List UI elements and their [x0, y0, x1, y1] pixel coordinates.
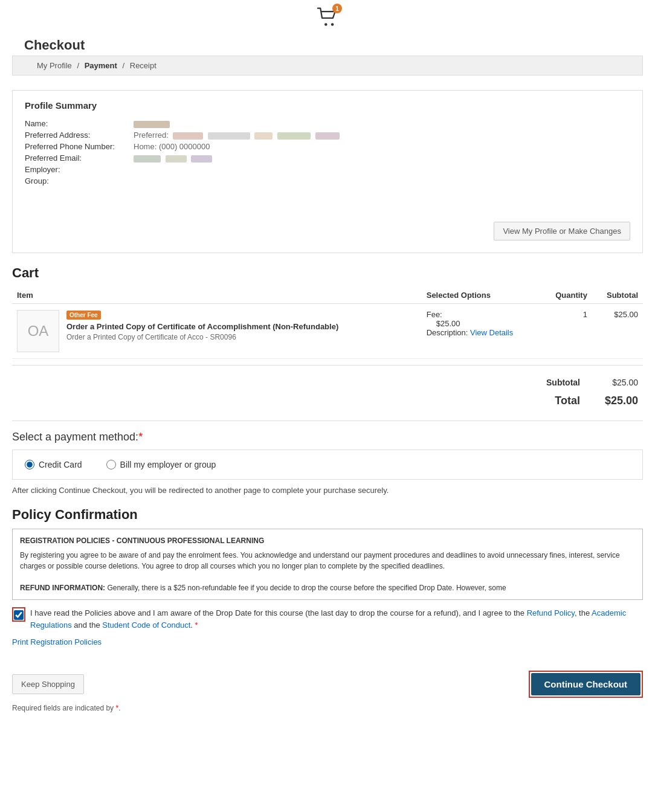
cart-table-header: Item Selected Options Quantity Subtotal: [12, 287, 643, 304]
profile-field-email: Preferred Email:: [25, 153, 630, 163]
profile-field-phone: Preferred Phone Number: Home: (000) 0000…: [25, 142, 630, 151]
payment-section-title: Select a payment method:*: [12, 431, 643, 443]
cart-quantity-cell: 1: [541, 304, 592, 359]
subtotal-value: $25.00: [590, 378, 638, 387]
cart-options-cell: Fee: $25.00 Description: View Details: [422, 304, 541, 359]
fee-desc: Description: View Details: [427, 328, 536, 337]
cart-badge: 1: [332, 4, 342, 13]
view-profile-button[interactable]: View My Profile or Make Changes: [494, 222, 630, 240]
item-desc: Order a Printed Copy of Certificate of A…: [66, 333, 338, 341]
view-details-link[interactable]: View Details: [470, 328, 513, 337]
profile-label-email: Preferred Email:: [25, 153, 134, 163]
bottom-buttons: Keep Shopping Continue Checkout: [12, 671, 643, 698]
item-name: Order a Printed Copy of Certificate of A…: [66, 322, 338, 331]
cart-section: Cart Item Selected Options Quantity Subt…: [12, 265, 643, 411]
profile-label-address: Preferred Address:: [25, 130, 134, 140]
col-quantity: Quantity: [541, 287, 592, 304]
total-value: $25.00: [590, 395, 638, 407]
item-thumbnail: OA: [17, 310, 59, 352]
profile-label-name: Name:: [25, 119, 134, 128]
policy-section-title: Policy Confirmation: [12, 507, 643, 523]
page-header: 1: [0, 0, 655, 33]
total-row: Total $25.00: [12, 391, 643, 411]
profile-value-address: Preferred:: [134, 130, 342, 140]
payment-options-box: Credit Card Bill my employer or group: [12, 450, 643, 480]
credit-card-radio[interactable]: [25, 460, 34, 469]
agreement-required-star: *: [195, 620, 198, 630]
profile-value-name: [134, 119, 172, 128]
payment-option-credit-card[interactable]: Credit Card: [25, 460, 82, 469]
payment-option-bill-employer[interactable]: Bill my employer or group: [106, 460, 216, 469]
subtotal-label: Subtotal: [517, 378, 590, 387]
credit-card-label: Credit Card: [39, 460, 82, 469]
agreement-checkbox-wrapper[interactable]: [12, 607, 25, 622]
breadcrumb: My Profile / Payment / Receipt: [12, 56, 643, 76]
breadcrumb-item-receipt[interactable]: Receipt: [130, 61, 156, 70]
payment-required-star: *: [138, 431, 143, 443]
print-link[interactable]: Print Registration Policies: [12, 637, 102, 646]
cart-item-cell: OA Other Fee Order a Printed Copy of Cer…: [12, 304, 422, 359]
profile-actions: View My Profile or Make Changes: [25, 222, 630, 240]
cart-subtotal-cell: $25.00: [592, 304, 643, 359]
refund-policy-link[interactable]: Refund Policy: [527, 608, 575, 617]
col-item: Item: [12, 287, 422, 304]
policy-box-header: REGISTRATION POLICIES - CONTINUOUS PROFE…: [20, 535, 635, 546]
cart-section-title: Cart: [12, 265, 643, 281]
total-label: Total: [517, 395, 590, 407]
other-fee-badge: Other Fee: [66, 311, 101, 320]
breadcrumb-item-myprofile[interactable]: My Profile: [37, 61, 72, 70]
agreement-text: I have read the Policies above and I am …: [30, 607, 643, 631]
agreement-checkbox[interactable]: [14, 610, 24, 620]
profile-field-group: Group:: [25, 176, 630, 185]
cart-icon-wrapper[interactable]: 1: [317, 6, 338, 30]
profile-label-phone: Preferred Phone Number:: [25, 142, 134, 151]
item-info: Other Fee Order a Printed Copy of Certif…: [66, 310, 338, 341]
breadcrumb-sep-2: /: [123, 61, 125, 70]
profile-summary-box: Profile Summary Name: Preferred Address:…: [12, 90, 643, 253]
profile-field-employer: Employer:: [25, 165, 630, 174]
policy-box-text: By registering you agree to be aware of …: [20, 550, 635, 572]
section-divider-payment: [12, 420, 643, 421]
policy-section: Policy Confirmation REGISTRATION POLICIE…: [12, 507, 643, 659]
page-title: Checkout: [0, 33, 655, 56]
bill-employer-label: Bill my employer or group: [120, 460, 216, 469]
cart-table: Item Selected Options Quantity Subtotal …: [12, 287, 643, 359]
policy-refund-header: REFUND INFORMATION: Generally, there is …: [20, 582, 635, 593]
col-selected-options: Selected Options: [422, 287, 541, 304]
student-code-link[interactable]: Student Code of Conduct: [102, 620, 190, 630]
breadcrumb-sep-1: /: [77, 61, 79, 70]
breadcrumb-item-payment: Payment: [85, 61, 117, 70]
svg-point-0: [324, 23, 328, 26]
fee-label: Fee:: [427, 310, 536, 319]
profile-field-address: Preferred Address: Preferred:: [25, 130, 630, 140]
policy-box[interactable]: REGISTRATION POLICIES - CONTINUOUS PROFE…: [12, 529, 643, 600]
required-note: Required fields are indicated by *.: [12, 704, 643, 712]
payment-section: Select a payment method:* Credit Card Bi…: [12, 431, 643, 495]
cart-divider: [12, 365, 643, 366]
redacted-name: [134, 121, 170, 128]
continue-checkout-wrapper: Continue Checkout: [529, 671, 644, 698]
profile-value-phone: Home: (000) 0000000: [134, 142, 210, 151]
col-subtotal: Subtotal: [592, 287, 643, 304]
agreement-text-and: and the: [72, 620, 103, 630]
profile-label-group: Group:: [25, 176, 134, 185]
redirect-note: After clicking Continue Checkout, you wi…: [12, 486, 643, 495]
agreement-text-middle: , the: [575, 608, 592, 617]
agreement-text-before: I have read the Policies above and I am …: [30, 608, 527, 617]
bill-employer-radio[interactable]: [106, 460, 116, 469]
profile-summary-title: Profile Summary: [25, 100, 630, 111]
table-row: OA Other Fee Order a Printed Copy of Cer…: [12, 304, 643, 359]
profile-value-email: [134, 153, 215, 163]
profile-label-employer: Employer:: [25, 165, 134, 174]
profile-field-name: Name:: [25, 119, 630, 128]
agreement-row: I have read the Policies above and I am …: [12, 607, 643, 631]
fee-amount: $25.00: [427, 319, 536, 328]
svg-point-1: [331, 23, 334, 26]
keep-shopping-button[interactable]: Keep Shopping: [12, 674, 84, 694]
continue-checkout-button[interactable]: Continue Checkout: [531, 673, 641, 695]
agreement-text-end: .: [190, 620, 195, 630]
subtotal-row: Subtotal $25.00: [12, 374, 643, 391]
